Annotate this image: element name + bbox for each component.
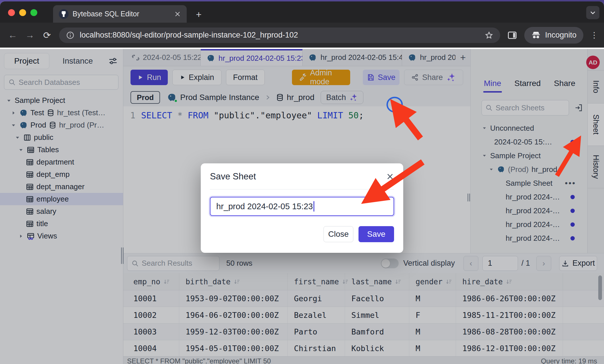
chevron-down-icon [589, 9, 596, 16]
text-caret [313, 201, 314, 212]
browser-navbar: ← → ⟳ localhost:8080/sql-editor/prod-sam… [0, 23, 604, 48]
sheet-name-input[interactable]: hr_prod 2024-02-05 15:23 [210, 197, 394, 216]
address-bar[interactable]: localhost:8080/sql-editor/prod-sample-in… [59, 28, 500, 43]
dialog-title: Save Sheet [210, 171, 256, 182]
browser-tab-strip: Bytebase SQL Editor + [0, 1, 604, 23]
close-dialog-icon[interactable] [386, 173, 394, 181]
macos-window-controls[interactable] [8, 9, 37, 16]
forward-button[interactable]: → [25, 30, 35, 40]
browser-window: Bytebase SQL Editor + ← → ⟳ localhost:80… [0, 1, 604, 364]
close-tab-icon[interactable] [174, 11, 181, 17]
close-button[interactable]: Close [324, 226, 353, 242]
bytebase-logo-icon [59, 9, 69, 19]
side-panel-icon[interactable] [507, 30, 517, 40]
new-tab-button[interactable]: + [196, 9, 202, 19]
site-info-icon[interactable] [66, 31, 75, 40]
reload-button[interactable]: ⟳ [42, 30, 52, 41]
back-button[interactable]: ← [7, 30, 18, 40]
incognito-icon [531, 30, 541, 40]
incognito-badge: Incognito [524, 27, 583, 44]
url-text[interactable]: localhost:8080/sql-editor/prod-sample-in… [80, 31, 480, 40]
browser-tab-title: Bytebase SQL Editor [73, 10, 170, 18]
browser-menu-button[interactable]: ⋮ [590, 30, 597, 40]
save-sheet-dialog: Save Sheet hr_prod 2024-02-05 15:23 Clos… [201, 163, 403, 253]
bookmark-star-icon[interactable] [485, 31, 493, 40]
screen: Bytebase SQL Editor + ← → ⟳ localhost:80… [0, 0, 604, 364]
minimize-window-button[interactable] [19, 9, 26, 16]
dialog-save-button[interactable]: Save [358, 226, 394, 242]
browser-tab[interactable]: Bytebase SQL Editor [53, 5, 187, 23]
incognito-label: Incognito [545, 31, 576, 40]
zoom-window-button[interactable] [30, 9, 37, 16]
tab-search-button[interactable] [586, 6, 599, 19]
close-window-button[interactable] [8, 9, 15, 16]
dialog-divider [210, 189, 394, 189]
